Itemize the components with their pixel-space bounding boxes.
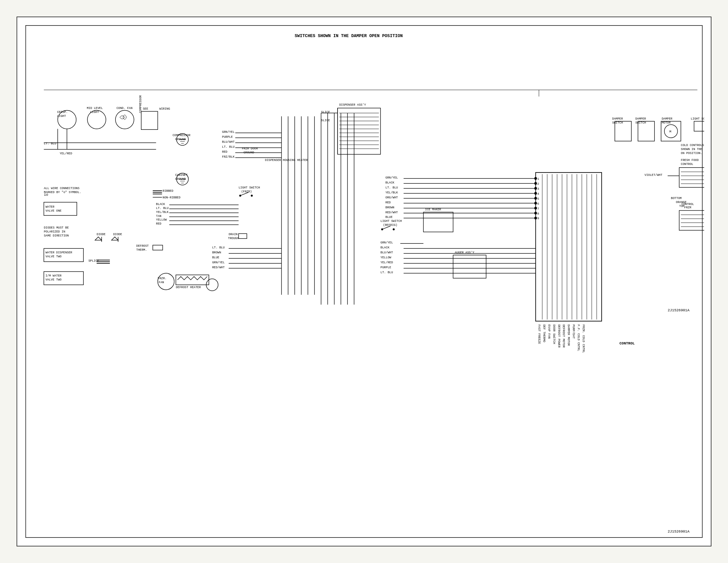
pin-1: 1 bbox=[537, 177, 539, 181]
wire-red2: RED bbox=[222, 150, 227, 154]
svg-point-78 bbox=[534, 177, 537, 180]
compressor-ground-label2: GROUND bbox=[175, 138, 186, 141]
wire-grn-yel: GRN/YEL bbox=[222, 130, 235, 134]
wire-yellow: YELLOW bbox=[156, 218, 167, 221]
wire-yel-red: YEL/RED bbox=[60, 152, 72, 155]
compressor-label: WIRING bbox=[159, 107, 170, 111]
pin-7: 7 bbox=[537, 207, 539, 211]
pin-3: 3 bbox=[537, 187, 539, 191]
bot-brown: BROWN bbox=[212, 251, 221, 254]
svg-point-44 bbox=[251, 195, 253, 197]
pin-8: 8 bbox=[537, 212, 539, 215]
rbus-black: BLACK bbox=[386, 181, 395, 184]
wire-tan: TAN bbox=[156, 214, 161, 218]
orange-label: ORANGE bbox=[676, 201, 687, 204]
wire-blu-wht: BLU/WHT bbox=[222, 140, 235, 144]
ctrl-defrost-motor: DEFROST MOTOR bbox=[562, 325, 565, 348]
frzr-control-label1: FRZR bbox=[684, 206, 692, 209]
ctrl-purp-dat: PURP/DAT bbox=[572, 325, 575, 339]
fresh-food-ctrl-label1: FRESH FOOD bbox=[681, 159, 699, 162]
svg-point-116 bbox=[381, 228, 383, 230]
ctrl-damper-motor: DAMPER MOTOR bbox=[567, 325, 570, 346]
defrost-therm-label: DEFROST bbox=[136, 244, 149, 248]
pin-4: 4 bbox=[537, 192, 539, 196]
ctrl-door-switch: DOOR SWITCH bbox=[552, 325, 556, 344]
rbus-red: RED bbox=[386, 201, 391, 204]
wire-conn-note2: MARKED BY "o" SYMBOL. bbox=[44, 191, 81, 194]
damper-switch2-label2: SWITCH bbox=[635, 121, 646, 124]
cond-fan-label: COND. FAN bbox=[116, 107, 132, 110]
svg-point-86 bbox=[534, 217, 537, 219]
diagram-title: SWITCHES SHOWN IN THE DAMPER OPEN POSITI… bbox=[295, 33, 403, 38]
bot-wire-purple: PURPLE bbox=[381, 266, 391, 269]
rbus-blue: BLUE bbox=[386, 215, 393, 219]
motor-m-symbol: M bbox=[669, 130, 671, 133]
defrost-therm-label2: THERM. bbox=[136, 248, 147, 252]
damper-motor-label: DAMPER bbox=[662, 117, 673, 120]
ice-maker-label: ICE MAKER bbox=[425, 208, 441, 211]
svg-rect-0 bbox=[26, 25, 703, 538]
damper-switch1-label2: SWITCH bbox=[612, 121, 623, 124]
bot-wire-black: BLACK bbox=[381, 246, 390, 249]
rbus-lt-blu: LT. BLU bbox=[386, 186, 398, 189]
wire-lt-blu2: LT. BLU bbox=[156, 207, 169, 210]
cold-controls-note2: SHOWN IN THE bbox=[681, 148, 703, 151]
ribbed-label: RIBBED bbox=[163, 189, 173, 193]
frzr-fan-label2: FAN bbox=[159, 281, 164, 284]
wire-purple: PURPLE bbox=[222, 135, 233, 139]
defrost-heater-label: DEFROST HEATER bbox=[176, 286, 201, 289]
auger-assy-label: AUGER ASS'Y bbox=[455, 251, 475, 254]
im-water-valve-label2: VALVE TWO bbox=[45, 278, 61, 282]
ctrl-defrost-power: DEFROST POWER bbox=[557, 325, 560, 348]
bot-wire-yel-red: YEL/RED bbox=[381, 261, 393, 264]
rbus-yel-blk: YEL/BLK bbox=[386, 191, 398, 194]
rbus-brown: BROWN bbox=[386, 206, 394, 209]
svg-point-43 bbox=[239, 195, 241, 197]
ctrl-fast-freeze: FAST FREEZE bbox=[537, 325, 541, 344]
rbus-grn-yel: GRN/YEL bbox=[386, 176, 398, 179]
fresh-food-ctrl-label2: CONTROL bbox=[681, 163, 694, 166]
wire-yel-blk: YEL/BLK bbox=[156, 211, 169, 214]
rbus-red-wht: RED/WHT bbox=[386, 211, 398, 214]
rbus-org-wht: ORG/WHT bbox=[386, 196, 398, 199]
svg-point-82 bbox=[534, 197, 537, 200]
light-switch-refrig-label2: (REFRIG) bbox=[383, 223, 397, 227]
compressor-ground-label: COMPRESSOR bbox=[172, 134, 190, 137]
wire-violet-wht: VIOLET/WHT bbox=[645, 173, 662, 177]
wire-lt-blu3: LT. BLU bbox=[222, 145, 235, 149]
pin-5: 5 bbox=[537, 197, 539, 201]
light-socket-label: LIGHT SOCKET bbox=[691, 117, 704, 120]
bot-blue: BLUE bbox=[212, 256, 219, 259]
crisp-light-label2: LIGHT bbox=[57, 115, 66, 118]
water-valve-one-label: WATER bbox=[45, 205, 55, 209]
light-switch-frzr-label: LIGHT SWITCH bbox=[239, 186, 260, 189]
diodes-note1: DIODES MUST BE bbox=[44, 226, 68, 229]
pin-6: 6 bbox=[537, 202, 539, 206]
ctrl-ff-cold-cntrl: F.F. COLD CNTRL bbox=[577, 325, 580, 352]
compressor-wiring-label: SEE bbox=[143, 107, 148, 111]
wire-frzr-blk: FRZ/BLK bbox=[222, 155, 235, 159]
diode2-label: DIODE bbox=[113, 233, 122, 236]
svg-point-79 bbox=[534, 182, 537, 185]
diodes-note3: SAME DIRECTION bbox=[44, 234, 68, 237]
mid-level-light-label2: LIGHT bbox=[90, 111, 99, 114]
cold-controls-note3: ON POSITION. bbox=[681, 152, 703, 155]
svg-point-83 bbox=[534, 202, 537, 205]
water-disp-valve-label: WATER DISPENSER bbox=[45, 251, 72, 254]
diode1-label: DIODE bbox=[97, 233, 106, 236]
bot-red-wht: RED/WHT bbox=[212, 266, 225, 269]
im-water-valve-label: I/M WATER bbox=[45, 274, 62, 277]
bot-wire-blu-wht: BLU/WHT bbox=[381, 251, 393, 254]
svg-point-85 bbox=[534, 212, 537, 214]
light-switch-refrig-label: LIGHT SWITCH bbox=[381, 219, 402, 223]
water-valve-one-label2: VALVE ONE bbox=[45, 209, 61, 212]
control-text: CONTROL bbox=[619, 342, 635, 346]
mid-level-light-label: MID LEVEL bbox=[87, 107, 103, 110]
slice2-label: SLICE bbox=[321, 119, 330, 122]
ctrl-frzr-cold-cntrl: FRZR. COLD CNTRL bbox=[582, 325, 585, 353]
dispenser-housing-heater-label: DISPENSER HOUSING HEATER bbox=[265, 159, 308, 162]
dispenser-assy-label: DISPENSER ASS'Y bbox=[339, 103, 366, 107]
bot-wire-lt-blu: LT. BLU bbox=[381, 271, 393, 274]
top-label: TOP bbox=[679, 205, 685, 208]
bot-lt-blu: LT. BLU bbox=[212, 246, 225, 249]
